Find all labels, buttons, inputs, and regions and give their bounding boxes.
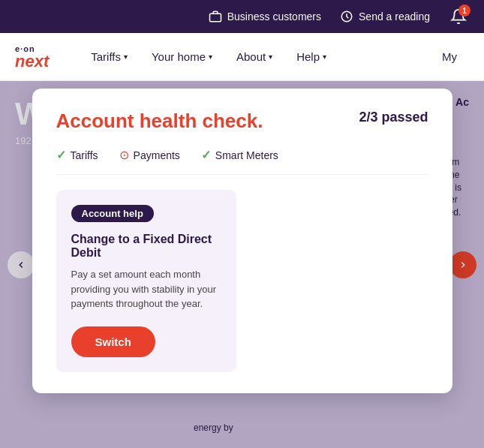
- nav-about[interactable]: About ▾: [224, 33, 284, 81]
- account-health-modal: Account health check. 2/3 passed ✓ Tarif…: [32, 89, 452, 393]
- modal-header: Account health check. 2/3 passed: [56, 110, 428, 133]
- modal-score: 2/3 passed: [359, 110, 428, 125]
- business-customers-link[interactable]: Business customers: [208, 9, 321, 24]
- check-payments: ⊙ Payments: [119, 148, 180, 162]
- send-reading-link[interactable]: Send a reading: [339, 9, 430, 24]
- nav-tariffs[interactable]: Tariffs ▾: [79, 33, 140, 81]
- check-tariffs-label: Tariffs: [71, 149, 98, 161]
- switch-button[interactable]: Switch: [71, 326, 155, 357]
- chevron-down-icon: ▾: [323, 53, 326, 61]
- tariffs-label: Tariffs: [91, 50, 121, 63]
- card-title: Change to a Fixed Direct Debit: [71, 233, 221, 260]
- top-bar: Business customers Send a reading 1: [0, 0, 484, 33]
- my-label: My: [442, 50, 457, 63]
- check-pass-icon-2: ✓: [201, 148, 211, 162]
- briefcase-icon: [208, 9, 223, 24]
- logo-next: next: [15, 53, 49, 70]
- nav-bar: e·on next Tariffs ▾ Your home ▾ About ▾ …: [0, 33, 484, 81]
- check-payments-label: Payments: [134, 149, 180, 161]
- chevron-down-icon: ▾: [269, 53, 272, 61]
- nav-help[interactable]: Help ▾: [284, 33, 338, 81]
- account-help-badge: Account help: [71, 205, 154, 222]
- check-tariffs: ✓ Tariffs: [56, 148, 98, 162]
- meter-icon: [339, 9, 354, 24]
- card-description: Pay a set amount each month providing yo…: [71, 267, 221, 311]
- check-pass-icon: ✓: [56, 148, 66, 162]
- info-card: Account help Change to a Fixed Direct De…: [56, 190, 236, 372]
- chevron-down-icon: ▾: [124, 53, 128, 61]
- chevron-down-icon: ▾: [209, 53, 212, 61]
- main-content: Wo 192 G Ac t paym payme ment is s after…: [0, 81, 484, 448]
- modal-overlay: Account health check. 2/3 passed ✓ Tarif…: [0, 81, 484, 448]
- send-reading-label: Send a reading: [359, 11, 430, 23]
- check-smart-meters: ✓ Smart Meters: [201, 148, 278, 162]
- logo: e·on next: [15, 44, 49, 70]
- check-warn-icon: ⊙: [119, 148, 129, 162]
- modal-title: Account health check.: [56, 110, 263, 133]
- nav-your-home[interactable]: Your home ▾: [140, 33, 224, 81]
- business-customers-label: Business customers: [227, 11, 321, 23]
- about-label: About: [236, 50, 266, 63]
- your-home-label: Your home: [152, 50, 206, 63]
- nav-my[interactable]: My: [430, 33, 469, 81]
- svg-rect-0: [209, 14, 221, 22]
- notifications-button[interactable]: 1: [448, 6, 469, 27]
- health-checks: ✓ Tariffs ⊙ Payments ✓ Smart Meters: [56, 148, 428, 175]
- notification-badge: 1: [458, 5, 470, 17]
- help-label: Help: [296, 50, 320, 63]
- check-smart-meters-label: Smart Meters: [215, 149, 278, 161]
